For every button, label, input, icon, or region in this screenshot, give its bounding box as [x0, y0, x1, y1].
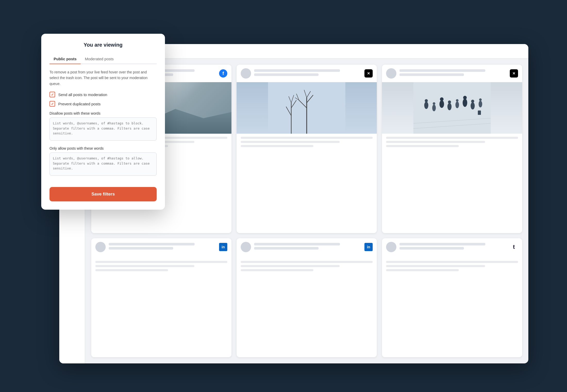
svg-point-30: [479, 101, 482, 107]
post-footer: [91, 256, 231, 276]
post-header: t: [382, 238, 522, 256]
svg-point-27: [463, 96, 467, 99]
post-meta: [399, 69, 507, 78]
meta-line: [254, 69, 340, 72]
post-meta: [109, 243, 216, 251]
post-footer: [382, 134, 522, 152]
text-line: [386, 269, 459, 271]
text-line: [95, 261, 227, 263]
svg-point-17: [425, 99, 428, 102]
checkbox-send[interactable]: ✓: [49, 92, 55, 97]
svg-point-22: [447, 103, 452, 110]
text-line: [241, 141, 340, 143]
linkedin-icon: in: [219, 243, 227, 251]
avatar: [241, 68, 251, 79]
post-header: in: [237, 238, 377, 256]
text-line: [386, 137, 518, 139]
avatar: [386, 68, 396, 79]
text-line: [386, 141, 485, 143]
svg-point-29: [471, 100, 474, 103]
post-header: in: [91, 238, 231, 256]
meta-line: [254, 73, 319, 76]
text-line: [241, 145, 313, 147]
text-line: [386, 145, 459, 147]
facebook-icon: f: [219, 69, 227, 78]
post-header: ✕: [382, 65, 522, 82]
linkedin-icon: in: [364, 243, 373, 251]
post-header: ✕: [237, 65, 377, 82]
checkbox-label-duplicate: Prevent duplicated posts: [58, 102, 101, 106]
meta-line: [399, 73, 464, 76]
disallow-label: Disallow posts with these words: [49, 111, 157, 115]
disallow-section: Disallow posts with these words: [49, 111, 157, 142]
post-meta: [254, 243, 361, 251]
post-meta: [254, 69, 361, 78]
text-line: [95, 269, 168, 271]
meta-line: [399, 247, 464, 250]
text-line: [386, 265, 485, 267]
post-image-branches: [237, 82, 377, 134]
meta-line: [109, 247, 173, 250]
tab-public-posts[interactable]: Public posts: [49, 54, 81, 64]
meta-line: [254, 243, 340, 245]
text-line: [241, 137, 373, 139]
twitter-x-icon: ✕: [510, 69, 518, 78]
checkbox-label-send: Send all posts to moderation: [58, 92, 107, 97]
text-line: [241, 269, 313, 271]
post-card: ✕: [382, 65, 522, 233]
svg-point-18: [432, 105, 436, 111]
post-card: in: [91, 238, 231, 357]
meta-line: [109, 243, 195, 245]
text-line: [386, 261, 518, 263]
filter-dialog: You are viewing Public posts Moderated p…: [41, 34, 165, 210]
svg-rect-32: [478, 110, 481, 115]
dialog-title: You are viewing: [49, 42, 157, 48]
save-filters-button[interactable]: Save filters: [49, 187, 157, 201]
checkbox-row-send: ✓ Send all posts to moderation: [49, 92, 157, 97]
svg-point-25: [456, 99, 458, 102]
avatar: [95, 242, 106, 252]
svg-point-19: [433, 102, 435, 105]
svg-point-24: [455, 101, 459, 108]
meta-line: [254, 247, 319, 250]
post-footer: [237, 134, 377, 152]
description-text: To remove a post from your live feed hov…: [49, 69, 157, 87]
avatar: [386, 242, 396, 252]
post-card: in: [237, 238, 377, 357]
post-image-crowd: [382, 82, 522, 134]
checkbox-duplicate[interactable]: ✓: [49, 101, 55, 107]
post-meta: [399, 243, 507, 251]
svg-point-26: [463, 99, 467, 107]
svg-point-28: [471, 102, 475, 109]
checkmark-icon: ✓: [51, 93, 54, 97]
svg-point-23: [448, 100, 451, 104]
text-line: [95, 265, 194, 267]
text-line: [241, 261, 373, 263]
svg-point-21: [440, 97, 444, 101]
svg-point-20: [439, 100, 444, 108]
allow-textarea[interactable]: [49, 152, 157, 176]
post-card: t: [382, 238, 522, 357]
twitter-x-icon: ✕: [364, 69, 373, 78]
checkbox-row-duplicate: ✓ Prevent duplicated posts: [49, 101, 157, 107]
tumblr-icon: t: [510, 243, 518, 251]
allow-label: Only allow posts with these words: [49, 146, 157, 150]
post-footer: [382, 256, 522, 276]
post-card: ✕: [237, 65, 377, 233]
disallow-textarea[interactable]: [49, 117, 157, 141]
meta-line: [399, 243, 485, 245]
svg-point-16: [424, 102, 428, 109]
allow-section: Only allow posts with these words: [49, 146, 157, 177]
checkmark-icon: ✓: [51, 102, 54, 106]
tab-moderated-posts[interactable]: Moderated posts: [81, 54, 118, 64]
post-footer: [237, 256, 377, 276]
meta-line: [399, 69, 485, 72]
text-line: [241, 265, 340, 267]
tabs: Public posts Moderated posts: [49, 54, 157, 64]
svg-point-31: [479, 98, 482, 101]
avatar: [241, 242, 251, 252]
